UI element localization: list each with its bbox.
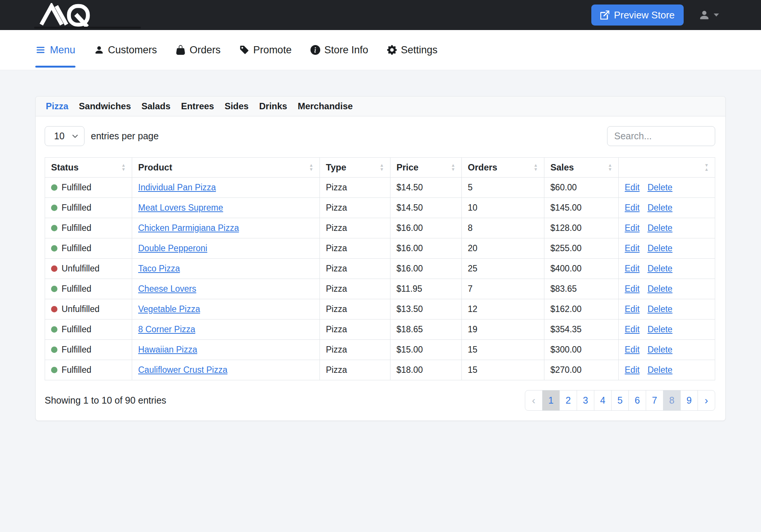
nav-item-customers[interactable]: Customers xyxy=(94,30,157,70)
delete-link[interactable]: Delete xyxy=(648,324,672,334)
hamburger-icon xyxy=(35,45,46,54)
status-dot xyxy=(51,184,57,191)
product-link[interactable]: Chicken Parmigiana Pizza xyxy=(138,223,239,233)
product-link[interactable]: Individual Pan Pizza xyxy=(138,182,216,192)
status-label: Fulfilled xyxy=(62,324,91,335)
status-dot xyxy=(51,205,57,211)
orders-cell: 12 xyxy=(462,299,544,320)
preview-store-button[interactable]: Preview Store xyxy=(591,5,684,26)
table-row: Fulfilled Chicken Parmigiana Pizza Pizza… xyxy=(45,218,715,238)
pagination-page-1[interactable]: 1 xyxy=(542,390,560,411)
delete-link[interactable]: Delete xyxy=(648,284,672,294)
nav-item-orders[interactable]: Orders xyxy=(176,30,221,70)
chevron-down-icon xyxy=(72,134,78,138)
product-link[interactable]: Meat Lovers Supreme xyxy=(138,203,223,212)
delete-link[interactable]: Delete xyxy=(648,304,672,314)
edit-link[interactable]: Edit xyxy=(625,223,640,233)
product-link[interactable]: Cheese Lovers xyxy=(138,284,196,294)
edit-link[interactable]: Edit xyxy=(625,345,640,354)
status-label: Fulfilled xyxy=(62,243,91,253)
brand-logo[interactable] xyxy=(33,0,98,30)
pagination-page-6[interactable]: 6 xyxy=(628,390,646,411)
pagination-prev[interactable]: ‹ xyxy=(525,390,542,411)
delete-link[interactable]: Delete xyxy=(648,223,672,233)
type-cell: Pizza xyxy=(320,360,390,380)
status-label: Fulfilled xyxy=(62,284,91,294)
edit-link[interactable]: Edit xyxy=(625,284,640,294)
gear-icon xyxy=(387,45,397,55)
pagination-page-5[interactable]: 5 xyxy=(611,390,629,411)
search-input[interactable] xyxy=(607,126,715,146)
delete-link[interactable]: Delete xyxy=(648,203,672,212)
product-link[interactable]: Taco Pizza xyxy=(138,264,180,273)
product-link[interactable]: Vegetable Pizza xyxy=(138,304,200,314)
delete-link[interactable]: Delete xyxy=(648,345,672,354)
nav-item-promote[interactable]: Promote xyxy=(240,30,292,70)
column-header-price[interactable]: Price▲▼ xyxy=(390,158,462,178)
tab-drinks[interactable]: Drinks xyxy=(259,101,287,112)
delete-link[interactable]: Delete xyxy=(648,182,672,192)
edit-link[interactable]: Edit xyxy=(625,264,640,273)
tab-entrees[interactable]: Entrees xyxy=(181,101,214,112)
edit-link[interactable]: Edit xyxy=(625,304,640,314)
price-cell: $15.00 xyxy=(390,340,462,360)
type-cell: Pizza xyxy=(320,198,390,218)
tab-sandwiches[interactable]: Sandwiches xyxy=(79,101,131,112)
delete-link[interactable]: Delete xyxy=(648,365,672,375)
type-cell: Pizza xyxy=(320,320,390,340)
table-row: Fulfilled Meat Lovers Supreme Pizza $14.… xyxy=(45,198,715,218)
sort-icon: ▲▼ xyxy=(121,163,126,172)
delete-link[interactable]: Delete xyxy=(648,243,672,253)
pagination-page-7[interactable]: 7 xyxy=(646,390,663,411)
status-label: Fulfilled xyxy=(62,223,91,233)
column-header-product[interactable]: Product▲▼ xyxy=(132,158,320,178)
pagination-page-9[interactable]: 9 xyxy=(680,390,698,411)
type-cell: Pizza xyxy=(320,299,390,320)
pagination-page-2[interactable]: 2 xyxy=(559,390,577,411)
status-label: Fulfilled xyxy=(62,345,91,355)
column-header-sales[interactable]: Sales▲▼ xyxy=(544,158,619,178)
edit-link[interactable]: Edit xyxy=(625,243,640,253)
page-size-select[interactable]: 10 xyxy=(45,126,84,146)
delete-link[interactable]: Delete xyxy=(648,264,672,273)
status-label: Fulfilled xyxy=(62,182,91,193)
type-cell: Pizza xyxy=(320,238,390,259)
external-link-icon xyxy=(600,11,609,20)
pagination-page-8[interactable]: 8 xyxy=(663,390,681,411)
column-header-type[interactable]: Type▲▼ xyxy=(320,158,390,178)
price-cell: $13.50 xyxy=(390,299,462,320)
nav-item-store-info[interactable]: Store Info xyxy=(310,30,368,70)
column-header-actions[interactable]: ▼▲ xyxy=(619,158,715,178)
product-link[interactable]: Cauliflower Crust Pizza xyxy=(138,365,228,375)
tag-icon xyxy=(240,45,249,55)
pagination-next[interactable]: › xyxy=(698,390,715,411)
tab-salads[interactable]: Salads xyxy=(142,101,170,112)
orders-cell: 8 xyxy=(462,218,544,238)
tab-pizza[interactable]: Pizza xyxy=(46,101,68,112)
edit-link[interactable]: Edit xyxy=(625,203,640,212)
pagination-page-3[interactable]: 3 xyxy=(577,390,594,411)
orders-cell: 10 xyxy=(462,198,544,218)
nav-item-menu[interactable]: Menu xyxy=(35,30,75,70)
edit-link[interactable]: Edit xyxy=(625,182,640,192)
nav-item-settings[interactable]: Settings xyxy=(387,30,438,70)
table-row: Fulfilled Cheese Lovers Pizza $11.95 7 $… xyxy=(45,279,715,299)
column-header-orders[interactable]: Orders▲▼ xyxy=(462,158,544,178)
main-navigation: Menu Customers Orders Promote Store Info… xyxy=(0,30,761,70)
edit-link[interactable]: Edit xyxy=(625,324,640,334)
user-menu[interactable] xyxy=(699,9,719,21)
product-link[interactable]: Double Pepperoni xyxy=(138,243,207,253)
status-label: Unfulfilled xyxy=(62,304,99,314)
tab-merchandise[interactable]: Merchandise xyxy=(298,101,353,112)
product-link[interactable]: 8 Corner Pizza xyxy=(138,324,195,334)
sort-icon: ▲▼ xyxy=(451,163,455,172)
edit-link[interactable]: Edit xyxy=(625,365,640,375)
pagination-page-4[interactable]: 4 xyxy=(594,390,612,411)
product-link[interactable]: Hawaiian Pizza xyxy=(138,345,197,354)
bag-icon xyxy=(176,45,185,55)
column-header-status[interactable]: Status▲▼ xyxy=(45,158,132,178)
orders-cell: 25 xyxy=(462,259,544,279)
status-label: Unfulfilled xyxy=(62,264,99,274)
tab-sides[interactable]: Sides xyxy=(225,101,249,112)
sort-icon: ▲▼ xyxy=(380,163,384,172)
